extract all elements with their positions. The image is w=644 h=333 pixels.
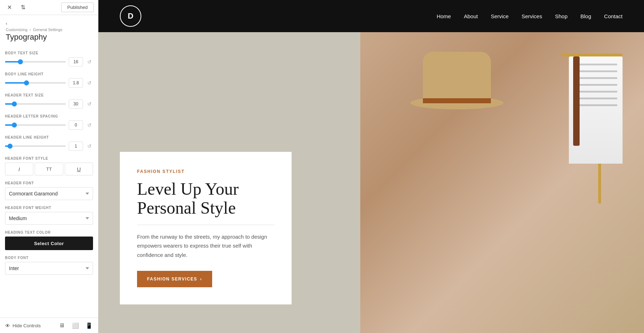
header-text-size-group: HEADER TEXT SIZE 30 ↺ <box>5 93 93 109</box>
breadcrumb-section: ‹ Customizing › General Settings Typogra… <box>0 15 98 45</box>
body-font-select[interactable]: Inter Arial Helvetica Roboto <box>5 262 93 275</box>
header-letter-spacing-value: 0 <box>69 120 83 130</box>
close-button[interactable]: ✕ <box>4 3 14 13</box>
header-line-height-value: 1 <box>69 141 83 151</box>
body-text-size-label: BODY TEXT SIZE <box>5 51 93 55</box>
hero-image <box>360 32 644 333</box>
heading-text-color-label: HEADING TEXT COLOR <box>5 230 93 234</box>
header-font-label: HEADER FONT <box>5 181 93 185</box>
cta-button[interactable]: FASHION SERVICES › <box>137 271 212 287</box>
header-font-style-row: I TT U <box>5 163 93 175</box>
body-text-size-slider[interactable] <box>5 61 66 63</box>
header-text-size-slider[interactable] <box>5 103 66 105</box>
header-letter-spacing-row: 0 ↺ <box>5 120 93 130</box>
header-line-height-reset[interactable]: ↺ <box>86 143 93 150</box>
left-panel: ✕ ⇅ Published ‹ Customizing › General Se… <box>0 0 98 333</box>
hide-controls-button[interactable]: 👁 Hide Controls <box>5 323 41 329</box>
body-font-group: BODY FONT Inter Arial Helvetica Roboto <box>5 256 93 275</box>
nav-links: Home About Service Services Shop Blog Co… <box>436 13 623 19</box>
tablet-icon[interactable]: ⬜ <box>72 322 79 329</box>
category-label: FASHION STYLIST <box>137 169 274 174</box>
rack-horizontal <box>562 54 623 56</box>
hat-crown <box>423 52 491 102</box>
body-font-label: BODY FONT <box>5 256 93 260</box>
body-line-height-slider[interactable] <box>5 82 66 84</box>
panel-footer: 👁 Hide Controls 🖥 ⬜ 📱 <box>0 318 98 333</box>
italic-button[interactable]: I <box>5 163 33 175</box>
header-font-weight-select[interactable]: Thin Light Regular Medium Bold <box>5 212 93 225</box>
body-text-size-reset[interactable]: ↺ <box>86 58 93 65</box>
header-font-group: HEADER FONT Cormorant Garamond Georgia T… <box>5 181 93 200</box>
nav-contact[interactable]: Contact <box>604 13 623 19</box>
header-letter-spacing-label: HEADER LETTER SPACING <box>5 114 93 118</box>
header-text-size-reset[interactable]: ↺ <box>86 100 93 108</box>
hero-right <box>360 32 644 333</box>
header-text-size-label: HEADER TEXT SIZE <box>5 93 93 97</box>
preview-nav: D Home About Service Services Shop Blog … <box>98 0 644 32</box>
back-button[interactable]: ‹ <box>6 21 7 26</box>
body-text-size-group: BODY TEXT SIZE 16 ↺ <box>5 51 93 66</box>
header-line-height-slider[interactable] <box>5 145 66 147</box>
nav-services[interactable]: Services <box>522 13 542 19</box>
header-font-style-group: HEADER FONT STYLE I TT U <box>5 156 93 175</box>
left-icons: ✕ ⇅ <box>4 3 28 13</box>
eye-icon: 👁 <box>5 323 10 329</box>
header-letter-spacing-group: HEADER LETTER SPACING 0 ↺ <box>5 114 93 130</box>
panel-body: BODY TEXT SIZE 16 ↺ BODY LINE HEIGHT 1.8… <box>0 45 98 318</box>
breadcrumb: Customizing › General Settings <box>6 28 92 32</box>
hero-headline: Level Up Your Personal Style <box>137 180 274 218</box>
select-color-button[interactable]: Select Color <box>5 237 93 250</box>
nav-service[interactable]: Service <box>491 13 509 19</box>
hero-section: FASHION STYLIST Level Up Your Personal S… <box>98 32 644 333</box>
strap-item <box>573 56 580 146</box>
body-line-height-row: 1.8 ↺ <box>5 78 93 88</box>
header-line-height-group: HEADER LINE HEIGHT 1 ↺ <box>5 135 93 151</box>
hero-divider <box>137 225 274 225</box>
swap-button[interactable]: ⇅ <box>18 3 28 13</box>
header-letter-spacing-reset[interactable]: ↺ <box>86 121 93 129</box>
preview-area: D Home About Service Services Shop Blog … <box>98 0 644 333</box>
header-text-size-row: 30 ↺ <box>5 99 93 109</box>
body-line-height-value: 1.8 <box>69 78 83 88</box>
panel-top-bar: ✕ ⇅ Published <box>0 0 98 15</box>
body-line-height-group: BODY LINE HEIGHT 1.8 ↺ <box>5 72 93 88</box>
mobile-icon[interactable]: 📱 <box>85 322 93 329</box>
body-line-height-reset[interactable]: ↺ <box>86 79 93 86</box>
header-letter-spacing-slider[interactable] <box>5 124 66 126</box>
published-button[interactable]: Published <box>61 3 94 12</box>
panel-title: Typography <box>6 33 92 42</box>
content-card: FASHION STYLIST Level Up Your Personal S… <box>120 152 292 304</box>
nav-shop[interactable]: Shop <box>555 13 567 19</box>
hat-band <box>423 98 491 103</box>
heading-text-color-group: HEADING TEXT COLOR Select Color <box>5 230 93 250</box>
header-font-weight-label: HEADER FONT WEIGHT <box>5 206 93 210</box>
header-font-style-label: HEADER FONT STYLE <box>5 156 93 160</box>
header-font-weight-group: HEADER FONT WEIGHT Thin Light Regular Me… <box>5 206 93 225</box>
header-line-height-row: 1 ↺ <box>5 141 93 151</box>
header-line-height-label: HEADER LINE HEIGHT <box>5 135 93 139</box>
nav-logo: D <box>120 5 141 27</box>
nav-blog[interactable]: Blog <box>580 13 591 19</box>
footer-icons: 🖥 ⬜ 📱 <box>58 322 93 329</box>
desktop-icon[interactable]: 🖥 <box>58 322 66 329</box>
body-text-size-value: 16 <box>69 57 83 66</box>
caps-button[interactable]: TT <box>35 163 63 175</box>
body-line-height-label: BODY LINE HEIGHT <box>5 72 93 76</box>
nav-about[interactable]: About <box>464 13 478 19</box>
shirt-stripes <box>574 64 617 106</box>
nav-home[interactable]: Home <box>436 13 451 19</box>
header-text-size-value: 30 <box>69 99 83 109</box>
header-font-select[interactable]: Cormorant Garamond Georgia Times New Rom… <box>5 187 93 200</box>
body-text-size-row: 16 ↺ <box>5 57 93 66</box>
hero-body: From the runway to the streets, my appro… <box>137 232 274 260</box>
underline-button[interactable]: U <box>65 163 93 175</box>
